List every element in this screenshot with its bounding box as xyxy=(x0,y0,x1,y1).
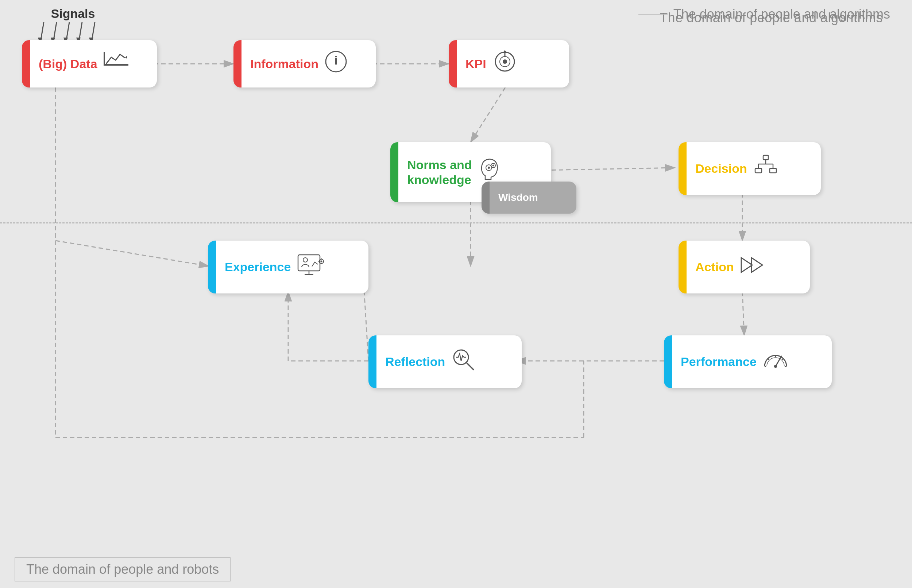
kpi-node: KPI xyxy=(449,40,569,87)
svg-point-34 xyxy=(503,60,507,64)
svg-rect-28 xyxy=(104,65,128,65)
kpi-label: KPI xyxy=(465,57,486,71)
information-node: Information i xyxy=(233,40,376,87)
diagram-container: The domain of people and algorithms The … xyxy=(0,0,912,588)
decision-icon xyxy=(753,154,779,184)
action-node: Action xyxy=(679,241,810,294)
action-label: Action xyxy=(695,260,734,275)
big-data-icon xyxy=(103,51,129,77)
svg-rect-29 xyxy=(104,52,105,65)
experience-node: Experience xyxy=(208,241,368,294)
connectors-svg xyxy=(0,0,912,588)
wisdom-node: Wisdom xyxy=(481,181,577,213)
performance-icon xyxy=(763,348,789,376)
svg-point-54 xyxy=(321,260,322,262)
domain-top-label-text: The domain of people and algorithms xyxy=(674,6,890,22)
svg-marker-59 xyxy=(741,258,752,272)
svg-rect-49 xyxy=(298,255,320,271)
svg-point-39 xyxy=(488,166,490,169)
norms-knowledge-label: Norms and knowledge xyxy=(407,157,472,187)
svg-point-41 xyxy=(492,165,494,166)
decision-node: Decision xyxy=(679,142,821,195)
big-data-label: (Big) Data xyxy=(39,57,97,71)
svg-line-62 xyxy=(466,362,473,370)
kpi-icon xyxy=(492,50,518,78)
svg-line-26 xyxy=(55,241,209,266)
information-icon: i xyxy=(324,50,348,78)
svg-rect-47 xyxy=(755,168,762,173)
action-icon xyxy=(740,254,765,281)
domain-top-area: The domain of people and algorithms xyxy=(638,6,890,22)
signals-label: Signals xyxy=(51,6,95,21)
information-label: Information xyxy=(250,57,319,71)
performance-label: Performance xyxy=(681,354,756,369)
svg-marker-37 xyxy=(503,50,507,53)
divider-line xyxy=(0,222,912,223)
reflection-node: Reflection xyxy=(368,335,522,388)
big-data-node: (Big) Data xyxy=(22,40,157,87)
svg-line-68 xyxy=(768,359,769,360)
svg-line-69 xyxy=(782,359,783,360)
domain-bottom-text: The domain of people and robots xyxy=(26,562,219,577)
svg-line-14 xyxy=(544,168,675,170)
decision-label: Decision xyxy=(695,161,747,176)
svg-point-52 xyxy=(303,258,308,262)
performance-node: Performance xyxy=(664,335,832,388)
reflection-icon xyxy=(451,347,477,377)
svg-marker-30 xyxy=(125,56,127,59)
svg-line-16 xyxy=(742,292,744,335)
wisdom-label: Wisdom xyxy=(498,191,538,204)
svg-point-64 xyxy=(774,365,777,368)
svg-line-13 xyxy=(471,87,505,142)
svg-rect-42 xyxy=(763,155,768,160)
reflection-label: Reflection xyxy=(385,354,445,369)
svg-rect-48 xyxy=(770,168,776,173)
svg-text:i: i xyxy=(335,54,338,67)
experience-icon xyxy=(296,254,326,281)
experience-label: Experience xyxy=(225,260,291,275)
